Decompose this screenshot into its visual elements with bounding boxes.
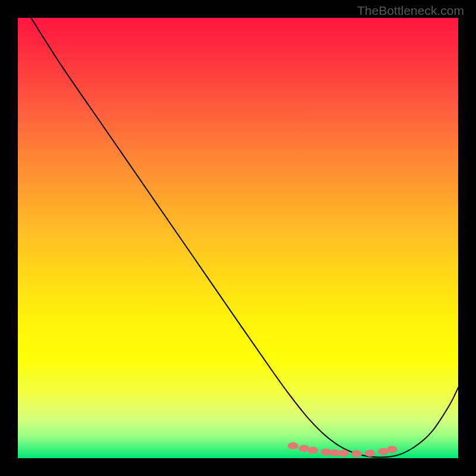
chart-svg (18, 18, 458, 458)
marker-dot (308, 447, 318, 454)
marker-dots (288, 442, 398, 457)
bottleneck-curve (31, 18, 458, 458)
marker-dot (288, 442, 299, 449)
marker-dot (339, 450, 349, 457)
watermark-text: TheBottleneck.com (357, 4, 464, 18)
marker-dot (352, 450, 362, 458)
marker-dot (365, 450, 375, 457)
plot-area (18, 18, 458, 458)
marker-dot (387, 446, 397, 453)
